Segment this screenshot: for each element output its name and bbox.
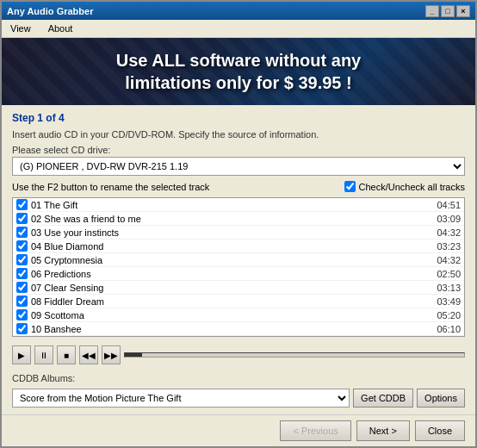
options-button[interactable]: Options [417,389,465,408]
track-name: 06 Predictions [31,269,426,279]
track-name: 01 The Gift [31,200,426,210]
tracks-scroll[interactable]: 01 The Gift04:5102 She was a friend to m… [13,198,464,336]
track-row: 08 Fiddler Dream03:49 [13,295,464,308]
track-checkbox-4[interactable] [16,240,28,252]
track-name: 05 Cryptomnesia [31,255,426,265]
track-duration: 06:10 [426,324,461,334]
tracks-hint: Use the F2 button to rename the selected… [12,182,209,192]
track-duration: 04:51 [426,200,461,210]
track-duration: 03:23 [426,241,461,252]
next-button[interactable]: Next > [356,420,410,441]
track-checkbox-10[interactable] [16,323,28,334]
track-duration: 05:20 [426,310,461,320]
track-row: 01 The Gift04:51 [13,198,464,212]
cd-drive-select[interactable]: (G) PIONEER , DVD-RW DVR-215 1.19 [12,157,465,176]
track-checkbox-8[interactable] [16,296,28,307]
progress-bar-fill [125,353,142,357]
track-name: 09 Scottoma [31,310,426,320]
maximize-button[interactable]: □ [441,5,455,17]
banner: Use ALL software without any limitations… [2,38,475,105]
bottom-bar: < Previous Next > Close [2,414,475,446]
track-checkbox-7[interactable] [16,282,28,293]
banner-line2: limitations only for $ 39.95 ! [116,72,361,94]
cddb-label: CDDB Albums: [12,373,75,383]
close-button[interactable]: × [456,5,470,17]
track-duration: 03:49 [426,296,461,307]
pause-button[interactable]: ⏸ [34,345,53,364]
tracks-header: Use the F2 button to rename the selected… [12,181,465,192]
banner-line1: Use ALL software without any [116,49,361,72]
track-checkbox-9[interactable] [16,309,28,320]
cddb-select-wrapper: Score from the Motion Picture The Gift [12,389,350,408]
track-name: 03 Use your instincts [31,227,426,238]
track-row: 03 Use your instincts04:32 [13,226,464,240]
previous-button[interactable]: < Previous [280,420,350,441]
track-row: 05 Cryptomnesia04:32 [13,253,464,267]
stop-button[interactable]: ■ [57,345,76,364]
track-checkbox-3[interactable] [16,227,28,238]
cd-drive-group: Please select CD drive: (G) PIONEER , DV… [12,145,465,176]
close-nav-button[interactable]: Close [415,420,465,441]
track-row: 06 Predictions02:50 [13,267,464,281]
minimize-button[interactable]: _ [425,5,439,17]
banner-text: Use ALL software without any limitations… [116,49,361,94]
play-button[interactable]: ▶ [12,345,31,364]
track-name: 02 She was a friend to me [31,214,426,224]
track-row: 07 Clear Sensing03:13 [13,281,464,295]
main-window: Any Audio Grabber _ □ × View About Use A… [0,0,477,448]
cd-drive-select-wrapper: (G) PIONEER , DVD-RW DVR-215 1.19 [12,157,465,176]
step-description: Insert audio CD in your CD/DVD-ROM. Spec… [12,129,465,140]
tracks-wrapper: 01 The Gift04:5102 She was a friend to m… [12,197,465,337]
menu-bar: View About [2,20,475,38]
cddb-album-select[interactable]: Score from the Motion Picture The Gift [12,389,350,408]
window-title: Any Audio Grabber [7,6,93,16]
track-duration: 03:13 [426,283,461,293]
cddb-row: Score from the Motion Picture The Gift G… [12,389,465,408]
player-controls: ▶ ⏸ ■ ◀◀ ▶▶ [12,342,465,368]
track-duration: 04:32 [426,255,461,265]
track-duration: 02:50 [426,269,461,279]
track-duration: 04:32 [426,227,461,238]
track-row: 09 Scottoma05:20 [13,308,464,322]
check-all-label[interactable]: Check/Uncheck all tracks [344,181,466,192]
track-name: 07 Clear Sensing [31,283,426,293]
track-name: 10 Banshee [31,324,426,334]
title-bar-buttons: _ □ × [425,5,470,17]
menu-about[interactable]: About [43,22,78,35]
cddb-label-row: CDDB Albums: [12,373,465,383]
track-row: 02 She was a friend to me03:09 [13,212,464,226]
track-checkbox-2[interactable] [16,213,28,224]
get-cddb-button[interactable]: Get CDDB [353,389,413,408]
track-name: 04 Blue Diamond [31,241,426,252]
track-name: 08 Fiddler Dream [31,296,426,307]
track-checkbox-6[interactable] [16,268,28,279]
cd-drive-label: Please select CD drive: [12,145,465,155]
track-duration: 03:09 [426,214,461,224]
main-content: Step 1 of 4 Insert audio CD in your CD/D… [2,105,475,414]
track-row: 10 Banshee06:10 [13,322,464,336]
progress-bar[interactable] [124,352,465,358]
next-button[interactable]: ▶▶ [102,345,121,364]
track-row: 04 Blue Diamond03:23 [13,240,464,253]
check-all-text: Check/Uncheck all tracks [359,182,466,192]
track-checkbox-1[interactable] [16,199,28,210]
menu-view[interactable]: View [5,22,36,35]
title-bar: Any Audio Grabber _ □ × [2,2,475,20]
step-title: Step 1 of 4 [12,112,465,124]
prev-button[interactable]: ◀◀ [79,345,98,364]
track-checkbox-5[interactable] [16,254,28,265]
check-all-checkbox[interactable] [344,181,356,192]
